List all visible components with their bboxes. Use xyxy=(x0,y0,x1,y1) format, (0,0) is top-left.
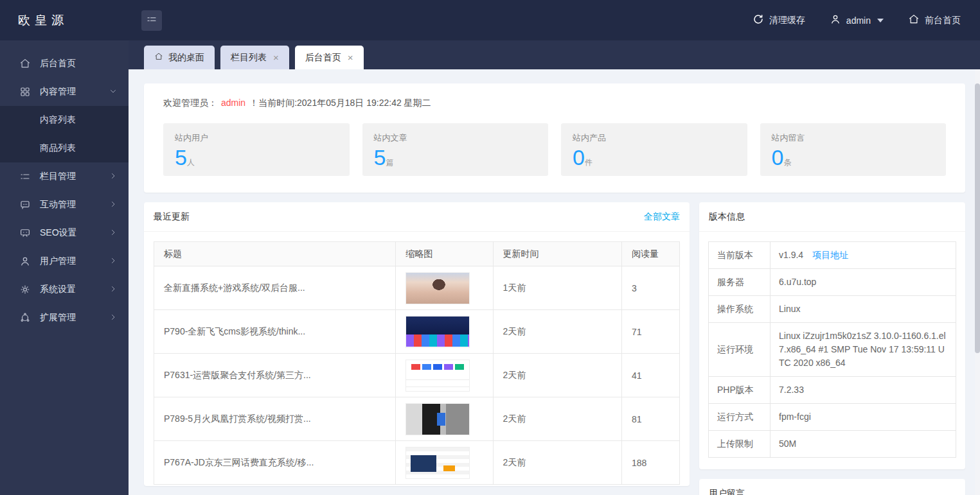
chevron-down-icon xyxy=(109,87,117,97)
table-row: 运行方式 fpm-fcgi xyxy=(709,404,956,431)
sidebar-item-system-settings[interactable]: 系统设置 xyxy=(0,275,129,304)
chevron-right-icon xyxy=(109,200,117,210)
sidebar-item-label: 系统设置 xyxy=(40,284,76,295)
close-icon[interactable]: × xyxy=(348,52,353,63)
stat-label: 站内产品 xyxy=(573,132,736,144)
user-menu[interactable]: admin xyxy=(830,13,884,27)
sidebar-item-interaction-management[interactable]: 互动管理 xyxy=(0,191,129,219)
monitor-icon xyxy=(19,227,31,239)
recent-updates-table: 标题 缩略图 更新时间 阅读量 全新直播系统+游戏系统/双后台服... 1天前 xyxy=(154,241,680,485)
topbar: 欧皇源 清理缓存 admin xyxy=(0,0,980,40)
update-time: 2天前 xyxy=(493,354,621,397)
sidebar-item-user-management[interactable]: 用户管理 xyxy=(0,247,129,275)
user-messages-title: 用户留言 xyxy=(709,488,745,495)
table-row: P767A-JD京东三网话费直充系统/移... 2天前 188 xyxy=(154,441,680,485)
view-count: 71 xyxy=(622,310,680,354)
stat-unit: 件 xyxy=(585,158,592,167)
column-header-thumbnail: 缩略图 xyxy=(396,242,493,266)
front-home-button[interactable]: 前台首页 xyxy=(908,13,961,27)
article-title[interactable]: P7631-运营版聚合支付系统/第三方... xyxy=(154,354,396,397)
version-info-table: 当前版本 v1.9.4项目地址 服务器 6.u7u.top 操作系统 Linux xyxy=(708,241,956,458)
close-icon[interactable]: × xyxy=(273,52,279,63)
stat-value: 0 xyxy=(772,146,784,168)
sidebar-item-seo-settings[interactable]: SEO设置 xyxy=(0,219,129,247)
chat-icon xyxy=(19,199,31,211)
chevron-right-icon xyxy=(109,228,117,238)
article-title[interactable]: 全新直播系统+游戏系统/双后台服... xyxy=(154,266,396,310)
runtime-env-label: 运行环境 xyxy=(709,323,771,377)
chevron-right-icon xyxy=(109,284,117,295)
clear-cache-button[interactable]: 清理缓存 xyxy=(753,13,805,27)
welcome-prefix: 欢迎管理员： xyxy=(163,98,217,108)
sidebar-subitem-product-list[interactable]: 商品列表 xyxy=(0,134,129,162)
table-row: 操作系统 Linux xyxy=(709,296,956,323)
sidebar-item-extension-management[interactable]: 扩展管理 xyxy=(0,304,129,332)
server-value: 6.u7u.top xyxy=(771,269,956,296)
recent-updates-title: 最近更新 xyxy=(154,211,190,223)
column-header-views: 阅读量 xyxy=(622,242,680,266)
chevron-right-icon xyxy=(109,313,117,323)
article-title[interactable]: P789-5月火凤凰打赏系统/视频打赏... xyxy=(154,397,396,441)
tab-label: 后台首页 xyxy=(305,52,341,64)
stat-unit: 条 xyxy=(783,158,791,167)
sidebar-item-dashboard[interactable]: 后台首页 xyxy=(0,49,129,78)
front-home-label: 前台首页 xyxy=(925,15,961,26)
stats-row: 站内用户 5人 站内文章 5篇 站内产品 0件 站内留言 0条 xyxy=(163,123,946,176)
view-count: 3 xyxy=(622,266,680,310)
tab-my-desktop[interactable]: 我的桌面 xyxy=(144,46,215,69)
table-row: 服务器 6.u7u.top xyxy=(709,269,956,296)
php-version-value: 7.2.33 xyxy=(771,377,956,404)
tab-label: 栏目列表 xyxy=(231,52,267,64)
stat-label: 站内用户 xyxy=(175,132,338,144)
stat-site-users: 站内用户 5人 xyxy=(163,123,350,176)
thumbnail-image xyxy=(405,447,470,479)
vertical-scrollbar[interactable] xyxy=(975,69,980,495)
home-icon xyxy=(19,58,31,69)
tab-column-list[interactable]: 栏目列表 × xyxy=(220,46,289,69)
sidebar-item-label: 内容管理 xyxy=(40,86,76,98)
sidebar: 后台首页 内容管理 内容列表 商品列表 栏目管理 xyxy=(0,40,129,495)
grid-icon xyxy=(19,86,31,98)
stat-value: 0 xyxy=(573,146,585,168)
sidebar-item-label: 用户管理 xyxy=(40,256,76,267)
thumbnail-image xyxy=(405,360,470,392)
php-version-label: PHP版本 xyxy=(709,377,771,404)
clear-cache-label: 清理缓存 xyxy=(769,15,805,26)
thumbnail-image xyxy=(405,272,470,304)
run-mode-label: 运行方式 xyxy=(709,404,771,431)
welcome-message: 欢迎管理员：admin！当前时间:2021年05月18日 19:22:42 星期… xyxy=(163,98,946,109)
welcome-datetime: ！当前时间:2021年05月18日 19:22:42 星期二 xyxy=(249,98,431,108)
sidebar-item-content-management[interactable]: 内容管理 xyxy=(0,78,129,106)
project-url-link[interactable]: 项目地址 xyxy=(812,250,848,260)
update-time: 2天前 xyxy=(493,397,621,441)
welcome-admin-name: admin xyxy=(221,98,245,108)
stat-site-messages: 站内留言 0条 xyxy=(760,123,947,176)
version-info-title: 版本信息 xyxy=(709,211,745,223)
table-row: P789-5月火凤凰打赏系统/视频打赏... 2天前 81 xyxy=(154,397,680,441)
sidebar-subitem-content-list[interactable]: 内容列表 xyxy=(0,106,129,134)
sidebar-collapse-button[interactable] xyxy=(141,10,162,31)
table-row: 运行环境 Linux iZzujr1m5k0z1sZ 3.10.0-1160.6… xyxy=(709,323,956,377)
table-row: 全新直播系统+游戏系统/双后台服... 1天前 3 xyxy=(154,266,680,310)
version-info-card: 版本信息 当前版本 v1.9.4项目地址 服务器 6. xyxy=(699,202,965,469)
content-management-submenu: 内容列表 商品列表 xyxy=(0,106,129,162)
os-label: 操作系统 xyxy=(709,296,771,323)
thumbnail-image xyxy=(405,316,470,348)
stat-unit: 人 xyxy=(187,158,195,167)
home-icon xyxy=(908,13,920,27)
all-articles-link[interactable]: 全部文章 xyxy=(644,211,680,223)
topbar-actions: 清理缓存 admin 前台首页 xyxy=(753,13,980,27)
tab-backend-home[interactable]: 后台首页 × xyxy=(295,46,364,69)
article-title[interactable]: P767A-JD京东三网话费直充系统/移... xyxy=(154,441,396,485)
chevron-right-icon xyxy=(109,256,117,266)
stat-site-products: 站内产品 0件 xyxy=(561,123,747,176)
sidebar-item-label: 栏目管理 xyxy=(40,171,76,182)
welcome-card: 欢迎管理员：admin！当前时间:2021年05月18日 19:22:42 星期… xyxy=(144,83,965,193)
stat-label: 站内留言 xyxy=(772,132,935,144)
sidebar-item-column-management[interactable]: 栏目管理 xyxy=(0,162,129,191)
article-title[interactable]: P790-全新飞飞cms影视系统/think... xyxy=(154,310,396,354)
scrollbar-thumb[interactable] xyxy=(975,83,980,353)
update-time: 2天前 xyxy=(493,310,621,354)
user-messages-card: 用户留言 xyxy=(699,479,965,495)
tab-label: 我的桌面 xyxy=(168,52,204,64)
